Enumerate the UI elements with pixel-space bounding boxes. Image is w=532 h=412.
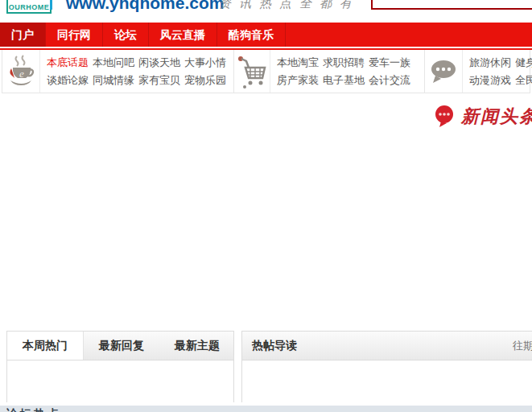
quick-link[interactable]: 本底话题: [47, 54, 93, 72]
quick-link[interactable]: 会计交流: [369, 72, 414, 89]
site-slogan: 资讯热点全都有: [219, 0, 360, 10]
news-headline-banner[interactable]: 新闻头条: [433, 103, 532, 129]
hot-topics-panel: 本周热门 最新回复 最新主题: [6, 331, 234, 402]
quick-link[interactable]: 大事小情: [184, 54, 230, 72]
quick-link[interactable]: 宠物乐园: [184, 72, 230, 89]
quick-link[interactable]: 电子基地: [323, 72, 369, 89]
shopping-cart-icon: [234, 50, 270, 93]
quick-link[interactable]: 同城情缘: [93, 72, 138, 89]
hot-topics-body: [7, 360, 233, 403]
quick-link[interactable]: 爱车一族: [369, 54, 414, 72]
quick-links-strip: e 本底话题本地问吧闲谈天地大事小情 谈婚论嫁同城情缘家有宝贝宠物乐园: [2, 50, 530, 93]
link-group-leisure: 旅游休闲健身 动漫游戏全民: [425, 50, 532, 93]
link-group-market: 本地淘宝求职招聘爱车一族 房产家装电子基地会计交流: [234, 50, 418, 93]
quick-link[interactable]: 本地淘宝: [277, 54, 323, 72]
quick-link[interactable]: 房产家装: [277, 72, 323, 89]
nav-item-portal[interactable]: 门户: [0, 23, 46, 47]
chat-bubble-icon: [425, 50, 463, 93]
quick-link[interactable]: 动漫游戏: [469, 72, 515, 89]
nav-item-live[interactable]: 风云直播: [149, 23, 217, 47]
quick-link[interactable]: 家有宝贝: [138, 72, 184, 89]
site-header: OURHOME www.yhqhome.com 资讯热点全都有: [0, 0, 532, 23]
hot-topics-tabbar: 本周热门 最新回复 最新主题: [7, 332, 233, 360]
quick-link[interactable]: 求职招聘: [323, 54, 369, 72]
link-group-community: e 本底话题本地问吧闲谈天地大事小情 谈婚论嫁同城情缘家有宝贝宠物乐园: [2, 50, 233, 93]
past-issues-link[interactable]: 往期: [513, 332, 532, 360]
logo-accent-bar: [50, 0, 52, 10]
quick-link[interactable]: 闲谈天地: [138, 54, 184, 72]
svg-text:e: e: [19, 68, 24, 80]
tab-weekly-hot[interactable]: 本周热门: [7, 332, 84, 360]
bottom-section-heading: 论坛热点: [6, 407, 61, 412]
nav-item-forum[interactable]: 论坛: [103, 23, 149, 47]
quick-link[interactable]: 本地问吧: [93, 54, 138, 72]
quick-link[interactable]: 谈婚论嫁: [47, 72, 93, 89]
site-domain[interactable]: www.yhqhome.com: [66, 0, 224, 12]
quick-link[interactable]: 健身: [515, 54, 532, 72]
hot-posts-title: 热帖导读: [252, 332, 297, 360]
coffee-cup-icon: e: [2, 50, 40, 93]
logo-text: OURHOME: [9, 2, 50, 12]
quick-link[interactable]: 全民: [515, 72, 532, 89]
bottom-section-strip: 论坛热点: [0, 406, 532, 412]
quick-link[interactable]: 旅游休闲: [469, 54, 515, 72]
news-bubble-icon: [433, 104, 457, 128]
tab-latest-replies[interactable]: 最新回复: [84, 332, 159, 360]
nav-item-music[interactable]: 酷狗音乐: [217, 23, 286, 47]
news-headline-title: 新闻头条: [461, 104, 532, 128]
header-ad-box: [371, 0, 532, 10]
main-nav: 门户 同行网 论坛 风云直播 酷狗音乐: [0, 23, 532, 47]
hot-posts-header: 热帖导读 往期: [242, 332, 532, 360]
nav-item-peer-site[interactable]: 同行网: [46, 23, 103, 47]
site-logo[interactable]: OURHOME: [6, 0, 52, 14]
hot-posts-body: [242, 360, 532, 403]
tab-latest-threads[interactable]: 最新主题: [159, 332, 235, 360]
hot-posts-panel: 热帖导读 往期: [241, 331, 532, 402]
